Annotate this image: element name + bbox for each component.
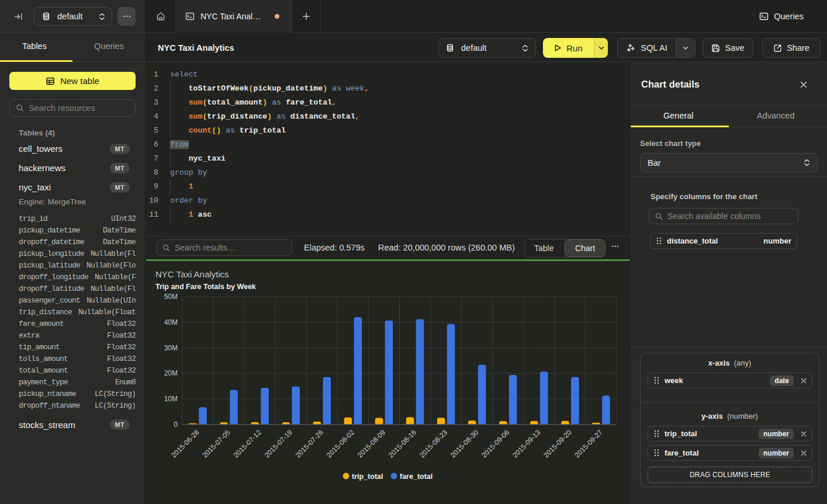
svg-text:10M: 10M: [164, 395, 178, 403]
svg-text:2015-09-13: 2015-09-13: [511, 428, 542, 460]
svg-text:fare_total: fare_total: [400, 472, 432, 481]
svg-text:50M: 50M: [164, 293, 178, 301]
svg-text:trip_total: trip_total: [352, 472, 383, 481]
svg-text:2015-07-12: 2015-07-12: [232, 428, 264, 460]
svg-text:2015-08-02: 2015-08-02: [325, 428, 357, 460]
svg-text:2015-08-30: 2015-08-30: [449, 428, 480, 460]
svg-text:Trip and Fare Totals by Week: Trip and Fare Totals by Week: [155, 283, 256, 291]
svg-text:40M: 40M: [164, 318, 178, 326]
svg-text:2015-06-28: 2015-06-28: [169, 428, 201, 460]
svg-text:2015-08-23: 2015-08-23: [418, 428, 449, 460]
svg-text:2015-08-09: 2015-08-09: [356, 428, 387, 460]
svg-text:2015-09-20: 2015-09-20: [542, 428, 573, 460]
svg-text:2015-07-26: 2015-07-26: [294, 428, 326, 460]
svg-text:2015-09-06: 2015-09-06: [480, 428, 511, 460]
svg-text:2015-09-27: 2015-09-27: [573, 428, 604, 460]
svg-text:2015-07-05: 2015-07-05: [200, 428, 232, 460]
svg-text:20M: 20M: [164, 369, 178, 377]
svg-text:0: 0: [174, 420, 178, 429]
svg-text:2015-07-19: 2015-07-19: [263, 428, 295, 460]
svg-text:2015-08-16: 2015-08-16: [387, 428, 418, 460]
svg-text:NYC Taxi Analytics: NYC Taxi Analytics: [155, 269, 229, 279]
svg-text:30M: 30M: [164, 344, 178, 352]
